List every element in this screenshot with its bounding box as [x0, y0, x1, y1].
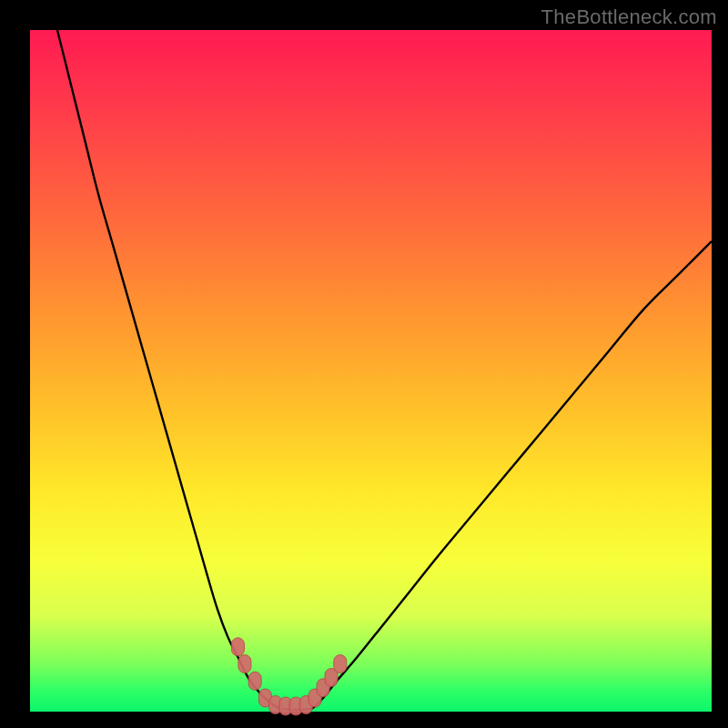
marker: [248, 672, 261, 690]
markers-group: [231, 638, 346, 715]
chart-svg: [30, 30, 712, 712]
curve-left: [57, 30, 278, 708]
marker: [238, 655, 251, 673]
curve-right: [313, 241, 712, 708]
marker: [231, 638, 244, 656]
outer-frame: TheBottleneck.com: [0, 0, 728, 728]
watermark-text: TheBottleneck.com: [541, 5, 717, 29]
marker: [334, 655, 347, 673]
plot-area: [30, 30, 712, 712]
